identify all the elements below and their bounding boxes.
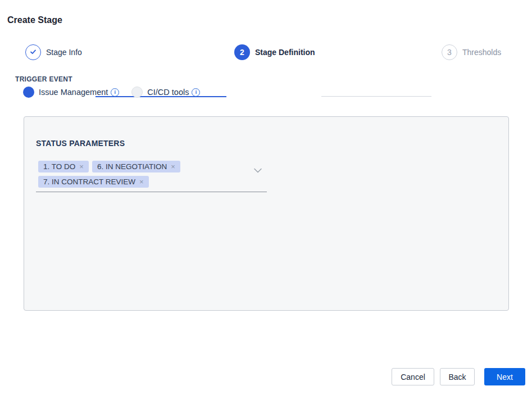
chip-in-negotiation[interactable]: 6. IN NEGOTIATION × [92,161,180,172]
radio-unselected-icon[interactable] [131,87,143,98]
next-button[interactable]: Next [484,368,525,385]
status-parameters-panel: STATUS PARAMETERS 1. TO DO × 6. IN NEGOT… [24,116,509,311]
info-icon[interactable]: i [111,88,119,97]
info-icon[interactable]: i [192,88,200,97]
cancel-button[interactable]: Cancel [392,368,434,385]
chip-remove-icon[interactable]: × [171,162,175,171]
chip-to-do[interactable]: 1. TO DO × [38,161,89,172]
stepper-step-stage-info[interactable]: Stage Info [25,44,82,60]
stepper-step-stage-definition[interactable]: 2 Stage Definition [234,44,315,60]
back-button[interactable]: Back [440,368,475,385]
step-upcoming-circle: 3 [442,44,457,60]
chevron-down-icon[interactable] [253,165,262,175]
chip-label: 6. IN NEGOTIATION [97,162,167,171]
check-icon [29,47,38,58]
create-stage-dialog: Create Stage Stage Info 2 Stage Definiti… [0,0,532,395]
radio-label: CI/CD tools [147,88,189,97]
step-completed-circle [25,44,41,60]
radio-label: Issue Management [39,88,108,97]
status-multiselect[interactable]: 1. TO DO × 6. IN NEGOTIATION × 7. IN CON… [36,160,267,192]
step-label: Stage Info [46,48,82,57]
radio-issue-management[interactable]: Issue Management i [23,87,119,98]
stepper-connector-upcoming [321,96,431,97]
trigger-event-options: Issue Management i CI/CD tools i [23,86,200,98]
step-label: Thresholds [462,48,501,57]
page-title: Create Stage [7,15,62,25]
step-active-circle: 2 [234,44,250,60]
radio-cicd-tools[interactable]: CI/CD tools i [131,87,200,98]
step-label: Stage Definition [255,48,315,57]
trigger-event-label: TRIGGER EVENT [15,75,72,83]
status-parameters-heading: STATUS PARAMETERS [36,139,125,148]
chip-remove-icon[interactable]: × [79,162,84,171]
chip-label: 7. IN CONTRACT REVIEW [43,178,135,186]
chip-label: 1. TO DO [43,162,75,171]
chip-list: 1. TO DO × 6. IN NEGOTIATION × 7. IN CON… [38,161,251,188]
radio-selected-icon[interactable] [23,87,34,98]
wizard-stepper: Stage Info 2 Stage Definition 3 Threshol… [0,44,532,60]
footer-actions: Cancel Back Next [0,368,532,385]
chip-remove-icon[interactable]: × [139,178,144,186]
stepper-step-thresholds[interactable]: 3 Thresholds [442,44,501,60]
chip-in-contract-review[interactable]: 7. IN CONTRACT REVIEW × [38,176,149,188]
